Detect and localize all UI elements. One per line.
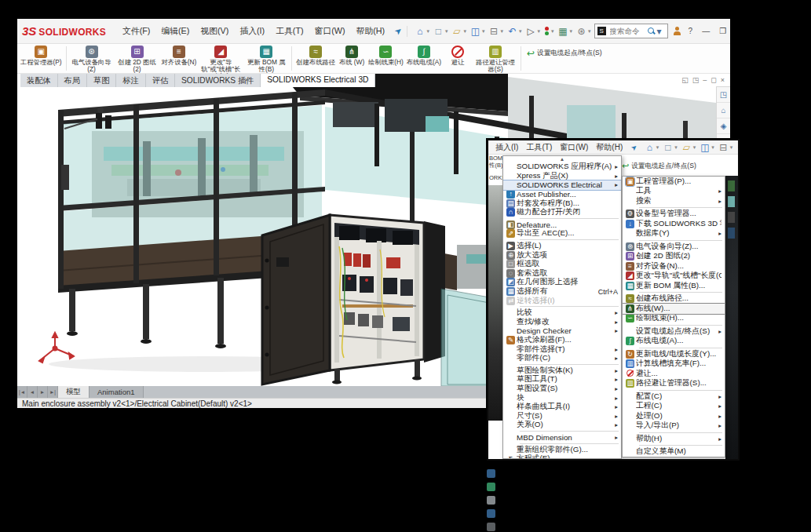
tab-装配体[interactable]: 装配体 <box>20 74 58 87</box>
electrical-submenu-item-21[interactable]: ↻更新电线/电缆长度(Y)... <box>623 349 725 359</box>
tools-menu-item-21[interactable]: Design Checker▸ <box>503 326 621 336</box>
tools-menu-item-24[interactable]: 零部件(C)▸ <box>503 354 621 363</box>
device-wizard-button[interactable]: ⊛电气设备向导(Z) <box>69 45 115 74</box>
design-library-icon[interactable]: ◈ <box>717 118 730 134</box>
tab-SOLIDWORKS 插件[interactable]: SOLIDWORKS 插件 <box>175 74 261 87</box>
open-icon[interactable]: ▱▾ <box>451 26 466 37</box>
electrical-submenu-item-19[interactable]: ∫布线电缆(A)... <box>623 337 725 347</box>
tools-menu-item-22[interactable]: ✎格式涂刷器(F)... <box>503 336 621 345</box>
tools-menu-item-3[interactable]: SOLIDWORKS Electrical▸ <box>503 180 621 190</box>
tools-menu-item-11[interactable]: ▶选择(L) <box>503 242 621 251</box>
login-icon[interactable] <box>673 27 681 35</box>
tools-menu-item-29[interactable]: 块▸ <box>503 393 621 403</box>
bom-button[interactable]: ▦更新 BOM 属性(B) <box>243 45 289 74</box>
tools-menu-item-9[interactable]: ⇗导出至 AEC(E)... <box>503 229 621 239</box>
route-cable-button[interactable]: ∫布线电缆(A) <box>405 45 443 67</box>
tools-menu-item-23[interactable]: 零部件选择(T)▸ <box>503 344 621 354</box>
electrical-submenu-item-9[interactable]: ⊞创建 2D 图纸(2) <box>623 252 725 262</box>
project-manager-button[interactable]: ▣工程管理器(P) <box>19 45 64 67</box>
electrical-submenu-item-6[interactable]: 数据库(Y)▸ <box>623 229 725 239</box>
electrical-submenu-item-23[interactable]: 避让... <box>623 369 725 379</box>
tab-评估[interactable]: 评估 <box>146 74 175 87</box>
new-document-icon[interactable]: □▾ <box>433 26 448 37</box>
tools-menu-item-15[interactable]: ◩在几何图形上选择 <box>503 278 621 287</box>
electrical-submenu-item-24[interactable]: ▥路径避让管理器(S)... <box>623 379 725 389</box>
open-icon[interactable]: ▱▾ <box>681 142 696 153</box>
electrical-submenu-item-15[interactable]: ⋔布线(W)... <box>623 304 725 314</box>
print-icon[interactable]: ⊟▾ <box>718 142 733 153</box>
undo-icon[interactable]: ↶▾ <box>506 26 522 37</box>
tools-menu-item-13[interactable]: □框选取 <box>503 260 621 269</box>
comments-icon[interactable]: ◳ <box>717 87 730 103</box>
tools-menu-item-27[interactable]: 草图工具(T)▸ <box>503 375 621 384</box>
tools-menu-item-20[interactable]: 查找/修改▸ <box>503 318 621 327</box>
tools-menu-item-6[interactable]: ∩磁力配合打开/关闭 <box>503 208 621 217</box>
tools-menu-item-12[interactable]: ⊕放大选项 <box>503 250 621 260</box>
popup-menu-1[interactable]: 工具(T) <box>522 140 556 155</box>
tools-menu-item-30[interactable]: 样条曲线工具(I)▸ <box>503 403 621 412</box>
tab-标注[interactable]: 标注 <box>116 74 145 87</box>
tools-menu-item-4[interactable]: ↑Asset Publisher... <box>503 190 621 199</box>
home-icon[interactable]: ⌂▾ <box>414 26 429 37</box>
electrical-submenu-item-10[interactable]: ≡对齐设备(N)... <box>623 261 725 271</box>
tab-scroll-1[interactable]: ◄ <box>27 386 38 398</box>
cascade-icon[interactable]: ◱ <box>681 76 689 84</box>
electrical-submenu-item-29[interactable]: 导入/导出(P)▸ <box>623 421 725 432</box>
electrical-submenu-item-4[interactable]: ⚙设备型号管理器... <box>623 210 725 220</box>
home-icon[interactable]: ⌂▾ <box>644 142 659 153</box>
menu-6[interactable]: 帮助(H) <box>351 24 391 39</box>
tools-menu-item-1[interactable]: SOLIDWORKS 应用程序(A)▸ <box>503 162 621 172</box>
restore-button[interactable]: ❐ <box>717 27 729 35</box>
restore-icon[interactable]: ◻ <box>711 76 716 84</box>
harness-button[interactable]: ∽绘制线束(H) <box>367 45 405 67</box>
home-icon[interactable]: ⌂ <box>717 103 730 118</box>
electrical-submenu-item-16[interactable]: ∽绘制线束(H)... <box>623 314 725 324</box>
electrical-submenu-item-14[interactable]: ≈创建布线路径... <box>623 294 725 304</box>
tab-scroll-2[interactable]: ► <box>38 386 48 398</box>
align-devices-button[interactable]: ≡对齐设备(N) <box>160 45 199 67</box>
tools-menu-item-5[interactable]: ▤封套发布程序(B)... <box>503 199 621 208</box>
electrical-submenu-item-5[interactable]: ↓下载 SOLIDWORKS 3D 零件... <box>623 219 725 229</box>
model-tab-Animation1[interactable]: Animation1 <box>90 386 144 398</box>
avoid-button[interactable]: 避让 <box>443 45 473 67</box>
cable-endpoints-button[interactable]: ↩设置电缆起点/终点(S) <box>524 45 605 62</box>
save-icon[interactable]: ◫▾ <box>469 26 485 37</box>
route-button[interactable]: ⋔布线 (W) <box>337 45 367 67</box>
electrical-submenu-item-1[interactable]: 工具▸ <box>623 187 725 197</box>
popup-pin-icon[interactable]: ➤ <box>630 142 639 152</box>
selection-filter-icon[interactable]: ▾ <box>543 27 554 35</box>
evaluate-icon[interactable]: ▦▾ <box>557 26 573 37</box>
save-icon[interactable]: ◫▾ <box>699 142 714 153</box>
electrical-submenu-item-26[interactable]: 配置(C)▸ <box>623 392 725 402</box>
undo-icon[interactable]: ↶▾ <box>736 142 740 153</box>
electrical-submenu-item-22[interactable]: ▥计算线槽填充率(F)... <box>623 359 725 370</box>
popup-menu-3[interactable]: 帮助(H) <box>592 140 627 155</box>
path-avoid-manager-button[interactable]: ▥路径避让管理器(S) <box>473 45 518 74</box>
tools-menu-item-8[interactable]: ◧Defeature... <box>503 220 621 230</box>
tab-scroll-3[interactable]: ►| <box>48 386 58 398</box>
tab-SOLIDWORKS Electrical 3D[interactable]: SOLIDWORKS Electrical 3D <box>261 74 375 87</box>
menu-1[interactable]: 编辑(E) <box>155 24 195 39</box>
electrical-submenu-item-28[interactable]: 处理(O)▸ <box>623 411 725 421</box>
tools-menu-item-16[interactable]: ▦选择所有Ctrl+A <box>503 287 621 297</box>
model-tab-模型[interactable]: 模型 <box>58 386 90 398</box>
minimize-button[interactable]: — <box>700 27 712 35</box>
options-icon[interactable]: ⊛▾ <box>575 26 591 37</box>
tab-布局[interactable]: 布局 <box>58 74 87 87</box>
electrical-submenu-item-33[interactable]: 自定义菜单(M) <box>623 447 725 457</box>
popup-menu-2[interactable]: 窗口(W) <box>556 140 592 155</box>
help-button[interactable]: ? <box>686 27 696 35</box>
electrical-submenu-item-31[interactable]: 帮助(H)▸ <box>623 434 725 444</box>
tools-menu-item-31[interactable]: 尺寸(S)▸ <box>503 411 621 421</box>
minimize-icon[interactable]: – <box>703 76 707 84</box>
tools-menu-item-37[interactable]: Σ方程式(E)... <box>503 454 621 459</box>
search-dropdown-arrow[interactable]: ▾ <box>657 26 662 37</box>
pin-icon[interactable]: ➤ <box>393 25 404 38</box>
route-path-button[interactable]: ≈创建布线路径 <box>294 45 337 67</box>
search-scope-icon[interactable]: S <box>597 27 606 35</box>
tab-草图[interactable]: 草图 <box>87 74 116 87</box>
electrical-submenu-item-0[interactable]: ▣工程管理器(P)... <box>623 177 725 187</box>
2d-drawing-button[interactable]: ⊞创建 2D 图纸(2) <box>115 45 160 74</box>
tools-menu-item-14[interactable]: ◌套索选取 <box>503 269 621 279</box>
search-icon[interactable] <box>648 27 656 35</box>
